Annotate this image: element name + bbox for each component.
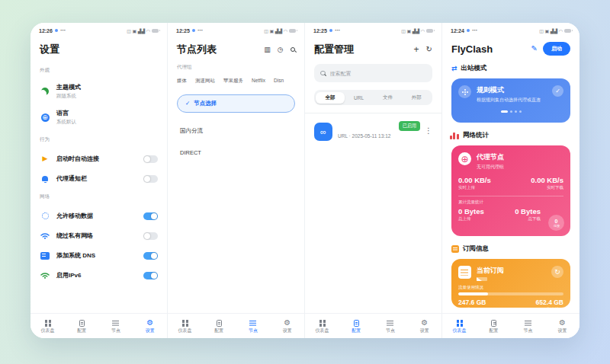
search-icon (320, 71, 326, 76)
used-traffic-label: 已用流量 (458, 307, 475, 308)
setting-theme-mode[interactable]: 主题模式 跟随系统 (40, 83, 158, 100)
more-menu-icon[interactable]: ⋮ (425, 127, 432, 135)
play-icon: ▶ (43, 155, 48, 162)
nav-settings[interactable]: ⚙设置 (270, 319, 304, 333)
tab-apple-services[interactable]: 苹果服务 (223, 78, 243, 85)
status-bar: 12:26 ⋯ ◫ ▣ ▟▟ ◠ (30, 23, 167, 38)
remaining-traffic-label: 剩余流量 (547, 307, 563, 308)
status-bar: 12:25 ⋯ ◫ ▣ ▟▟ ◠ (168, 23, 304, 38)
filter-file[interactable]: 文件 (374, 92, 403, 104)
download-speed-label: 实时下载 (531, 185, 563, 190)
edit-icon[interactable]: ✎ (531, 45, 538, 53)
search-input[interactable] (330, 71, 406, 76)
globe-icon: ⊕ (41, 113, 50, 122)
status-bar: 12:25 ⋯ ◫ ▣ ▟▟ ◠ (305, 23, 441, 38)
tab-netflix[interactable]: Netflix (252, 78, 265, 85)
status-time: 12:25 (313, 28, 327, 34)
search-box (314, 64, 432, 82)
nav-nodes[interactable]: 节点 (99, 319, 133, 333)
total-download-label: 总下载 (515, 216, 541, 222)
nav-dashboard[interactable]: 仪表盘 (305, 319, 339, 333)
add-icon[interactable]: + (414, 45, 419, 54)
nav-nodes[interactable]: 节点 (374, 319, 408, 333)
filter-external[interactable]: 外部 (402, 92, 431, 104)
document-icon (354, 320, 359, 327)
mode-desc: 根据规则集自动选择代理或直连 (477, 97, 541, 104)
nav-settings[interactable]: ⚙设置 (133, 319, 167, 333)
list-icon (387, 321, 393, 326)
config-meta: URL · 2025-05-11 13:12 (338, 133, 390, 139)
dot (515, 110, 517, 113)
tab-media[interactable]: 媒体 (177, 78, 187, 85)
config-item[interactable]: ∞ URL · 2025-05-11 13:12 已启用 ⋮ (314, 123, 432, 141)
search-icon[interactable] (291, 47, 296, 53)
dot (510, 110, 512, 113)
filter-url[interactable]: URL (345, 93, 374, 103)
system-dns-toggle[interactable] (143, 252, 158, 260)
tab-speedtest-sites[interactable]: 测速网站 (195, 78, 215, 85)
start-button[interactable]: 启动 (543, 42, 570, 56)
nav-configs[interactable]: 配置 (477, 319, 511, 333)
list-icon (249, 321, 256, 326)
group-item-direct[interactable]: DIRECT (177, 149, 295, 156)
tab-disney[interactable]: Disn (274, 78, 284, 85)
dot (519, 110, 522, 113)
refresh-icon[interactable]: ↻ (426, 46, 432, 53)
nav-dashboard[interactable]: 仪表盘 (442, 319, 477, 333)
section-appearance: 外观 (40, 67, 158, 74)
nav-configs[interactable]: 配置 (65, 319, 99, 333)
moon-icon (41, 88, 49, 95)
status-dot-icon (55, 29, 58, 32)
app-title: FlyClash (451, 43, 493, 55)
ipv6-toggle[interactable] (143, 272, 158, 279)
dot (501, 110, 508, 113)
remaining-traffic: 652.4 GB (536, 299, 563, 306)
setting-bypass-private: 绕过私有网络 (40, 231, 158, 240)
columns-view-icon[interactable]: ▥ (264, 46, 271, 53)
nav-nodes[interactable]: 节点 (511, 319, 545, 333)
nav-configs[interactable]: 配置 (339, 319, 374, 333)
filter-segmented-control: 全部 URL 文件 外部 (314, 90, 432, 105)
section-outbound-mode: 出站模式 (461, 64, 487, 73)
divider (305, 113, 441, 113)
nav-dashboard[interactable]: 仪表盘 (168, 319, 202, 333)
status-dot-icon (467, 29, 470, 32)
battery-icon (564, 29, 571, 33)
setting-label: 启动时自动连接 (56, 155, 137, 163)
connections-label: 连接 (553, 224, 560, 227)
mobile-data-toggle[interactable] (143, 212, 158, 220)
status-more-icon: ⋯ (60, 27, 66, 34)
page-title: 节点列表 (177, 43, 217, 56)
document-icon (79, 320, 85, 327)
stats-title: 代理节点 (477, 152, 504, 162)
nav-settings[interactable]: ⚙设置 (407, 319, 441, 333)
autoconnect-toggle[interactable] (143, 155, 158, 163)
bottom-nav: 仪表盘 配置 节点 ⚙设置 (168, 313, 304, 338)
status-time: 12:24 (451, 28, 464, 34)
setting-subtitle: 跟随系统 (56, 93, 81, 100)
nav-dashboard[interactable]: 仪表盘 (30, 319, 65, 333)
setting-subtitle: 系统默认 (56, 119, 76, 126)
status-icons: ◫ ▣ ▟▟ ◠ (401, 28, 425, 34)
proxy-notification-toggle[interactable] (143, 175, 158, 183)
group-item-domestic[interactable]: 国内分流 (177, 127, 295, 135)
speedtest-icon[interactable]: ◷ (278, 46, 284, 53)
proxy-globe-icon: ⊕ (458, 152, 471, 165)
configs-screen: 12:25 ⋯ ◫ ▣ ▟▟ ◠ 配置管理 + ↻ 全部 (305, 23, 442, 338)
selected-proxy-group[interactable]: ✓ 节点选择 (177, 94, 295, 113)
check-icon: ✓ (185, 101, 190, 107)
refresh-subscription-icon[interactable]: ↻ (551, 266, 563, 278)
bypass-private-toggle[interactable] (143, 232, 158, 240)
nav-nodes[interactable]: 节点 (236, 319, 271, 333)
rule-mode-card[interactable]: 规则模式 根据规则集自动选择代理或直连 ✓ (451, 78, 570, 123)
total-download: 0 Bytes (515, 207, 541, 216)
setting-language[interactable]: ⊕ 语言 系统默认 (40, 109, 158, 126)
bottom-nav: 仪表盘 配置 节点 ⚙设置 (30, 313, 167, 338)
link-icon: ∞ (314, 123, 332, 141)
nav-configs[interactable]: 配置 (202, 319, 236, 333)
nav-settings[interactable]: ⚙设置 (545, 319, 580, 333)
gear-icon: ⚙ (421, 319, 428, 327)
filter-all[interactable]: 全部 (316, 92, 345, 104)
outbound-arrows-icon: ⇄ (451, 65, 458, 72)
stats-subtitle: 无可用代理组 (477, 164, 504, 171)
